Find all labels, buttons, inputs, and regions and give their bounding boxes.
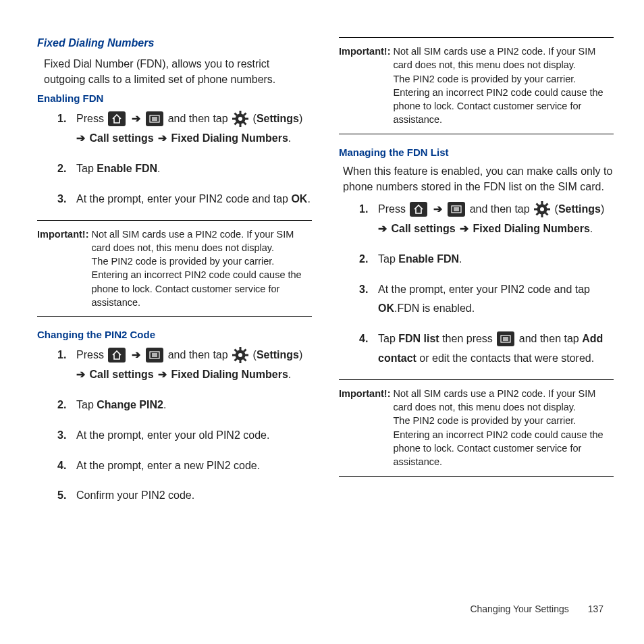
arrow: ➔ bbox=[429, 203, 446, 215]
gear-icon bbox=[232, 111, 248, 127]
text: . bbox=[459, 253, 462, 265]
important-line: Not all SIM cards use a PIN2 code. If yo… bbox=[92, 227, 312, 255]
svg-point-27 bbox=[238, 353, 242, 357]
text: .FDN is enabled. bbox=[394, 302, 475, 314]
step-1: Press ➔ and then tap (Settings) ➔ Call s… bbox=[57, 109, 312, 149]
bold: Fixed Dialing Numbers bbox=[171, 369, 288, 380]
menu-icon bbox=[146, 348, 163, 363]
svg-point-41 bbox=[540, 207, 544, 211]
step-1: Press ➔ and then tap (Settings) ➔ Call s… bbox=[57, 346, 312, 385]
bold: Settings bbox=[558, 203, 601, 215]
bold: Fixed Dialing Numbers bbox=[171, 132, 288, 144]
bold: OK bbox=[378, 302, 394, 314]
svg-rect-22 bbox=[245, 354, 248, 356]
bold: Call settings bbox=[89, 369, 153, 380]
svg-rect-19 bbox=[240, 347, 242, 350]
gear-icon bbox=[232, 347, 248, 363]
text: Tap bbox=[378, 333, 398, 344]
bold: Change PIN2 bbox=[97, 399, 163, 410]
text: At the prompt, enter your PIN2 code and … bbox=[76, 193, 291, 205]
steps-enabling: Press ➔ and then tap (Settings) ➔ Call s… bbox=[57, 109, 312, 209]
svg-point-13 bbox=[238, 117, 242, 121]
step-4: At the prompt, enter a new PIN2 code. bbox=[57, 456, 312, 476]
bold: Call settings bbox=[391, 223, 455, 234]
step-3: At the prompt, enter your old PIN2 code. bbox=[57, 426, 312, 446]
left-column: Fixed Dialing Numbers Fixed Dial Number … bbox=[37, 37, 312, 516]
text: Press bbox=[378, 203, 408, 215]
intro-text: Fixed Dial Number (FDN), allows you to r… bbox=[44, 56, 312, 87]
subheading-changing-pin2: Changing the PIN2 Code bbox=[37, 329, 312, 340]
bold: Fixed Dialing Numbers bbox=[473, 223, 589, 234]
important-line: The PIN2 code is provided by your carrie… bbox=[394, 414, 614, 468]
svg-rect-20 bbox=[240, 360, 242, 363]
important-label: Important!: bbox=[339, 387, 394, 469]
svg-rect-7 bbox=[232, 118, 236, 120]
text: or edit the contacts that were stored. bbox=[417, 352, 594, 364]
step-5: Confirm your PIN2 code. bbox=[57, 486, 312, 506]
intro-text: When this feature is enabled, you can ma… bbox=[343, 163, 614, 194]
steps-changing: Press ➔ and then tap (Settings) ➔ Call s… bbox=[57, 346, 312, 506]
text: Press bbox=[76, 113, 107, 124]
home-icon bbox=[108, 111, 126, 126]
section-title: Fixed Dialing Numbers bbox=[37, 37, 312, 49]
bold: Settings bbox=[257, 113, 299, 124]
text: At the prompt, enter your PIN2 code and … bbox=[378, 284, 590, 295]
text: and then tap bbox=[165, 349, 231, 360]
bold: Call settings bbox=[89, 132, 153, 144]
text: . bbox=[163, 399, 166, 410]
arrow: ➔ bbox=[127, 349, 144, 360]
text: and then tap bbox=[466, 203, 533, 215]
important-line: The PIN2 code is provided by your carrie… bbox=[394, 72, 614, 127]
text: . bbox=[590, 223, 593, 234]
text: then press bbox=[439, 333, 496, 344]
step-4: Tap FDN list then press and then tap Add… bbox=[359, 329, 614, 369]
chapter-name: Changing Your Settings bbox=[470, 603, 568, 614]
text: . bbox=[288, 132, 291, 144]
text: and then tap bbox=[165, 113, 231, 124]
step-2: Tap Enable FDN. bbox=[359, 250, 614, 269]
step-2: Tap Enable FDN. bbox=[57, 159, 312, 179]
text: Press bbox=[76, 349, 107, 360]
important-note: Important!: Not all SIM cards use a PIN2… bbox=[37, 220, 312, 317]
bold: OK bbox=[291, 193, 307, 205]
important-label: Important!: bbox=[37, 227, 92, 310]
important-line: Not all SIM cards use a PIN2 code. If yo… bbox=[394, 387, 614, 414]
gear-icon bbox=[534, 201, 550, 217]
arrow: ➔ bbox=[154, 132, 171, 144]
bold: FDN list bbox=[398, 333, 439, 344]
important-note: Important!: Not all SIM cards use a PIN2… bbox=[339, 379, 614, 477]
important-label: Important!: bbox=[339, 45, 394, 127]
text: Tap bbox=[378, 253, 398, 265]
bold: Enable FDN bbox=[97, 163, 157, 174]
menu-icon bbox=[448, 202, 465, 217]
subheading-enabling-fdn: Enabling FDN bbox=[37, 92, 312, 104]
svg-rect-36 bbox=[547, 208, 550, 210]
text: . bbox=[307, 193, 310, 205]
right-column: Important!: Not all SIM cards use a PIN2… bbox=[339, 37, 614, 516]
subheading-managing-fdn: Managing the FDN List bbox=[339, 146, 614, 158]
svg-rect-35 bbox=[534, 208, 537, 210]
step-3: At the prompt, enter your PIN2 code and … bbox=[359, 280, 614, 319]
svg-rect-6 bbox=[240, 124, 242, 127]
svg-rect-8 bbox=[245, 118, 248, 120]
page-number: 137 bbox=[588, 603, 603, 614]
svg-rect-34 bbox=[541, 214, 543, 217]
svg-rect-5 bbox=[240, 111, 242, 114]
text: Tap bbox=[76, 163, 97, 174]
important-line: Not all SIM cards use a PIN2 code. If yo… bbox=[394, 45, 614, 72]
important-line: The PIN2 code is provided by your carrie… bbox=[92, 254, 312, 309]
important-note: Important!: Not all SIM cards use a PIN2… bbox=[339, 37, 614, 134]
bold: Settings bbox=[257, 349, 299, 360]
step-1: Press ➔ and then tap (Settings) ➔ Call s… bbox=[359, 200, 614, 239]
svg-rect-33 bbox=[541, 201, 543, 205]
home-icon bbox=[410, 202, 427, 217]
bold: Enable FDN bbox=[398, 253, 459, 265]
text: Tap bbox=[76, 399, 97, 410]
page-footer: Changing Your Settings 137 bbox=[470, 603, 603, 614]
text: . bbox=[288, 369, 291, 380]
steps-managing: Press ➔ and then tap (Settings) ➔ Call s… bbox=[359, 200, 614, 369]
arrow: ➔ bbox=[456, 223, 473, 234]
text: and then tap bbox=[516, 333, 582, 344]
menu-icon bbox=[146, 111, 163, 126]
svg-rect-21 bbox=[232, 354, 236, 356]
